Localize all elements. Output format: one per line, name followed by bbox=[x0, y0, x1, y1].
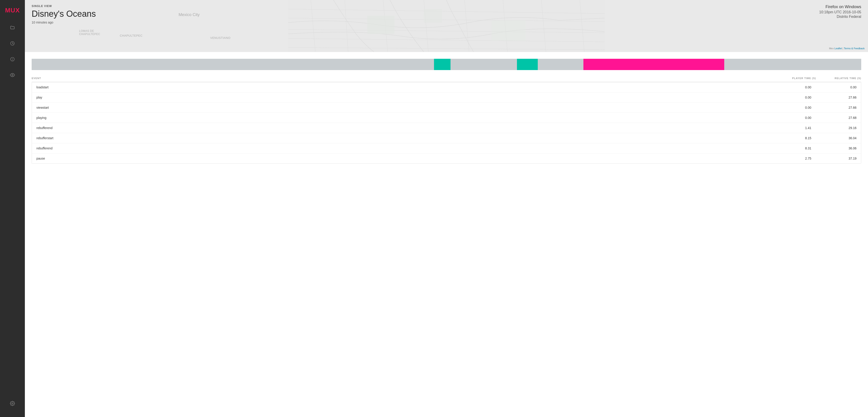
table-row[interactable]: rebufferend8.3136.06 bbox=[32, 143, 861, 154]
event-relative-time: 36.04 bbox=[811, 136, 857, 140]
table-row[interactable]: viewstart0.0027.66 bbox=[32, 103, 861, 113]
sidebar-nav bbox=[8, 23, 17, 399]
sidebar-item-chart[interactable] bbox=[8, 39, 17, 48]
event-relative-time: 37.19 bbox=[811, 157, 857, 160]
event-relative-time: 36.06 bbox=[811, 147, 857, 150]
event-relative-time: 27.68 bbox=[811, 116, 857, 120]
logo: MUX bbox=[5, 7, 20, 14]
event-player-time: 8.31 bbox=[766, 147, 811, 150]
event-player-time: 0.00 bbox=[766, 96, 811, 99]
timeline-segment-pink bbox=[583, 59, 724, 70]
view-title: Disney's Oceans bbox=[32, 9, 861, 19]
sidebar-item-alert[interactable] bbox=[8, 55, 17, 64]
event-name: rebufferstart bbox=[36, 136, 766, 140]
timeline-segment-teal bbox=[434, 59, 451, 70]
table-row[interactable]: pause2.7537.19 bbox=[32, 154, 861, 163]
event-player-time: 0.00 bbox=[766, 106, 811, 109]
event-name: playing bbox=[36, 116, 766, 120]
timeline-segment-gray bbox=[32, 59, 434, 70]
timeline-segment-gray3 bbox=[538, 59, 583, 70]
sidebar-item-folder[interactable] bbox=[8, 23, 17, 32]
event-relative-time: 0.00 bbox=[811, 86, 857, 89]
main-content: Mexico City Lomas deChapultepec Chapulte… bbox=[25, 0, 868, 417]
sidebar-item-settings[interactable] bbox=[8, 399, 17, 408]
timeline-segment-teal2 bbox=[517, 59, 538, 70]
events-table-header: EVENT PLAYER TIME (S) RELATIVE TIME (S) bbox=[32, 74, 861, 82]
table-row[interactable]: rebufferstart8.1536.04 bbox=[32, 133, 861, 143]
leaflet-link[interactable]: Leaflet bbox=[834, 47, 842, 50]
timeline-segment-gray4 bbox=[724, 59, 861, 70]
events-section: EVENT PLAYER TIME (S) RELATIVE TIME (S) … bbox=[25, 74, 868, 417]
sidebar-item-eye[interactable] bbox=[8, 70, 17, 79]
map-header: Mexico City Lomas deChapultepec Chapulte… bbox=[25, 0, 868, 52]
svg-point-4 bbox=[12, 403, 13, 404]
location-info: Distrito Federal bbox=[819, 15, 861, 19]
table-row[interactable]: loadstart0.000.00 bbox=[32, 82, 861, 92]
timeline-bar[interactable] bbox=[32, 59, 861, 70]
view-time-ago: 10 minutes ago bbox=[32, 21, 861, 24]
sidebar: MUX bbox=[0, 0, 25, 417]
map-overlay: SINGLE VIEW Disney's Oceans 10 minutes a… bbox=[25, 0, 868, 52]
event-name: rebufferend bbox=[36, 147, 766, 150]
table-row[interactable]: rebufferend1.4129.16 bbox=[32, 123, 861, 133]
event-relative-time: 29.16 bbox=[811, 126, 857, 130]
browser-info: Firefox on Windows bbox=[819, 4, 861, 9]
single-view-label: SINGLE VIEW bbox=[32, 4, 861, 8]
map-top-right-info: Firefox on Windows 10:18pm UTC 2016-10-0… bbox=[819, 4, 861, 19]
col-player-time: PLAYER TIME (S) bbox=[771, 77, 816, 79]
sidebar-bottom bbox=[8, 399, 17, 413]
event-name: play bbox=[36, 96, 766, 99]
timeline-section bbox=[25, 52, 868, 74]
col-event: EVENT bbox=[32, 77, 771, 79]
event-name: loadstart bbox=[36, 86, 766, 89]
event-player-time: 1.41 bbox=[766, 126, 811, 130]
col-relative-time: RELATIVE TIME (S) bbox=[816, 77, 861, 79]
event-name: pause bbox=[36, 157, 766, 160]
event-relative-time: 27.66 bbox=[811, 106, 857, 109]
event-name: viewstart bbox=[36, 106, 766, 109]
events-table: loadstart0.000.00play0.0027.66viewstart0… bbox=[32, 82, 861, 164]
svg-point-3 bbox=[12, 74, 13, 76]
event-player-time: 8.15 bbox=[766, 136, 811, 140]
terms-feedback-link[interactable]: Terms & Feedback bbox=[844, 47, 865, 50]
event-player-time: 0.00 bbox=[766, 116, 811, 120]
map-attribution: Mex Leaflet | Terms & Feedback bbox=[829, 47, 865, 50]
table-row[interactable]: play0.0027.66 bbox=[32, 92, 861, 103]
event-relative-time: 27.66 bbox=[811, 96, 857, 99]
datetime-info: 10:18pm UTC 2016-10-05 bbox=[819, 10, 861, 14]
event-player-time: 2.75 bbox=[766, 157, 811, 160]
event-name: rebufferend bbox=[36, 126, 766, 130]
table-row[interactable]: playing0.0027.68 bbox=[32, 113, 861, 123]
event-player-time: 0.00 bbox=[766, 86, 811, 89]
timeline-segment-gray2 bbox=[451, 59, 517, 70]
